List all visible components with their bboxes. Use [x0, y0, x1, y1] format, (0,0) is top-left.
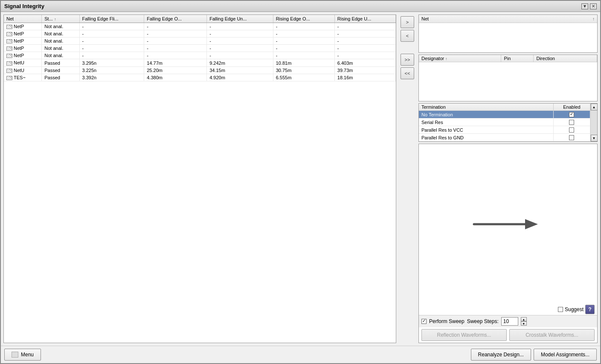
- reanalyze-label: Reanalyze Design...: [478, 352, 524, 358]
- col-fef[interactable]: Falling Edge Fli...: [79, 15, 144, 23]
- waveform-btn-row: Reflection Waveforms... Crosstalk Wavefo…: [419, 327, 597, 343]
- col-termination[interactable]: Termination: [419, 104, 553, 111]
- sweep-steps-input[interactable]: [501, 317, 518, 326]
- enabled-checkbox[interactable]: [569, 120, 574, 125]
- termination-row[interactable]: Serial Res: [419, 118, 590, 126]
- main-window: Signal Integrity ▼ ✕ Net St... ↑ Falling…: [0, 0, 601, 364]
- model-assignments-label: Model Assignments...: [541, 352, 589, 358]
- suggest-row: Suggest ?: [419, 304, 597, 315]
- forward-button[interactable]: >: [401, 16, 414, 28]
- termination-row[interactable]: Parallel Res to GND: [419, 134, 590, 142]
- col-reu[interactable]: Rising Edge U...: [334, 15, 395, 23]
- col-net[interactable]: Net: [4, 15, 42, 23]
- bottom-toolbar: Menu Reanalyze Design... Model Assignmen…: [1, 346, 600, 363]
- enabled-checkbox[interactable]: [569, 112, 574, 117]
- col-pin[interactable]: Pin: [501, 55, 534, 62]
- termination-label: No Termination: [419, 111, 553, 118]
- table-row[interactable]: NetP Not anal. - - - - -: [4, 38, 396, 45]
- scrollbar-down[interactable]: ▼: [591, 135, 598, 142]
- termination-wrapper: Termination Enabled No Termination Seria…: [419, 104, 597, 142]
- svg-marker-1: [525, 219, 538, 229]
- cell-feu: -: [207, 52, 273, 59]
- table-row[interactable]: NetU Passed 3.295n 14.77m 9.242m 10.81m …: [4, 59, 396, 66]
- close-button[interactable]: ✕: [590, 3, 597, 9]
- reanalyze-button[interactable]: Reanalyze Design...: [471, 349, 531, 361]
- menu-button[interactable]: Menu: [4, 349, 41, 361]
- back-all-button[interactable]: <<: [401, 67, 414, 79]
- net-section: Net ↑: [418, 14, 598, 53]
- cell-status: Passed: [42, 74, 79, 81]
- cell-status: Not anal.: [42, 45, 79, 52]
- sweep-row: Perform Sweep Sweep Steps: ▲ ▼: [419, 315, 597, 327]
- spinner-up[interactable]: ▲: [521, 317, 527, 321]
- cell-feo: -: [144, 52, 207, 59]
- cell-feu: -: [207, 45, 273, 52]
- cell-reu: -: [334, 23, 395, 30]
- spinner-down[interactable]: ▼: [521, 321, 527, 326]
- model-assignments-button[interactable]: Model Assignments...: [534, 349, 597, 361]
- col-reo[interactable]: Rising Edge O...: [273, 15, 334, 23]
- termination-section: Termination Enabled No Termination Seria…: [418, 103, 598, 142]
- cell-reo: -: [273, 52, 334, 59]
- cell-reo: -: [273, 45, 334, 52]
- suggest-label: Suggest: [565, 306, 584, 312]
- crosstalk-waveforms-button[interactable]: Crosstalk Waveforms...: [509, 329, 595, 341]
- termination-diagram: [465, 211, 551, 237]
- sweep-steps-label: Sweep Steps:: [467, 318, 499, 324]
- reflection-waveforms-button[interactable]: Reflection Waveforms...: [421, 329, 507, 341]
- cell-feu: -: [207, 23, 273, 30]
- cell-reo: 30.75m: [273, 66, 334, 74]
- scrollbar-up[interactable]: ▲: [591, 104, 598, 110]
- cell-reu: -: [334, 38, 395, 45]
- col-designator[interactable]: Designator ↑: [419, 55, 501, 62]
- cell-feo: 25.20m: [144, 66, 207, 74]
- main-content: Net St... ↑ Falling Edge Fli... Falling …: [1, 12, 600, 346]
- cell-reo: -: [273, 38, 334, 45]
- perform-sweep-checkbox[interactable]: [421, 319, 427, 324]
- col-direction[interactable]: Direction: [534, 55, 597, 62]
- termination-label: Parallel Res to VCC: [419, 126, 553, 134]
- designator-section: Designator ↑ Pin Direction: [418, 55, 598, 101]
- cell-net: NetP: [4, 23, 42, 30]
- title-bar-controls: ▼ ✕: [581, 3, 597, 9]
- cell-fef: 3.295n: [79, 59, 144, 66]
- termination-row[interactable]: No Termination: [419, 111, 590, 118]
- table-row[interactable]: NetP Not anal. - - - - -: [4, 23, 396, 30]
- window-title: Signal Integrity: [4, 3, 44, 9]
- table-row[interactable]: NetP Not anal. - - - - -: [4, 45, 396, 52]
- cell-fef: -: [79, 45, 144, 52]
- termination-row[interactable]: Parallel Res to VCC: [419, 126, 590, 134]
- cell-feo: 4.380m: [144, 74, 207, 81]
- right-panel: Net ↑ Designator ↑ Pin Direction: [418, 14, 598, 343]
- cell-feo: -: [144, 38, 207, 45]
- forward-all-button[interactable]: >>: [401, 54, 414, 66]
- cell-status: Not anal.: [42, 38, 79, 45]
- table-row[interactable]: TES~ Passed 3.392n 4.380m 4.920m 6.555m …: [4, 74, 396, 81]
- title-bar: Signal Integrity ▼ ✕: [1, 1, 600, 12]
- cell-status: Passed: [42, 59, 79, 66]
- cell-fef: -: [79, 52, 144, 59]
- enabled-checkbox[interactable]: [569, 135, 574, 140]
- termination-label: Serial Res: [419, 118, 553, 126]
- cell-reo: -: [273, 23, 334, 30]
- cell-status: Passed: [42, 66, 79, 74]
- cell-feo: -: [144, 23, 207, 30]
- help-button[interactable]: ?: [585, 305, 595, 314]
- cell-feu: -: [207, 38, 273, 45]
- table-row[interactable]: NetP Not anal. - - - - -: [4, 30, 396, 38]
- cell-net: NetP: [4, 30, 42, 38]
- back-button[interactable]: <: [401, 30, 414, 42]
- col-feu[interactable]: Falling Edge Un...: [207, 15, 273, 23]
- col-feo[interactable]: Falling Edge O...: [144, 15, 207, 23]
- table-row[interactable]: NetU Passed 3.225n 25.20m 34.15m 30.75m …: [4, 66, 396, 74]
- cell-feu: 9.242m: [207, 59, 273, 66]
- enabled-checkbox[interactable]: [569, 127, 574, 133]
- col-enabled[interactable]: Enabled: [553, 104, 590, 111]
- termination-enabled-cell: [553, 118, 590, 126]
- table-row[interactable]: NetP Not anal. - - - - -: [4, 52, 396, 59]
- minimize-button[interactable]: ▼: [581, 3, 588, 9]
- cell-reu: 6.403m: [334, 59, 395, 66]
- termination-enabled-cell: [553, 111, 590, 118]
- suggest-checkbox[interactable]: [558, 307, 563, 312]
- col-status[interactable]: St... ↑: [42, 15, 79, 23]
